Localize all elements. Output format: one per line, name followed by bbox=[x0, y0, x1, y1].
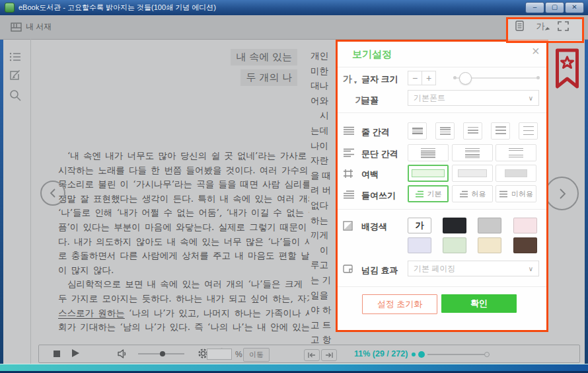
maximize-button[interactable]: ▢ bbox=[545, 2, 564, 13]
window-border-bottom bbox=[0, 364, 588, 373]
jump-to-start-button[interactable] bbox=[304, 349, 320, 361]
book-text-line: 픔’이 있다는 부분이 마음에 와닿는다. 실제로 그렇기 때문이 bbox=[58, 220, 309, 235]
bg-swatch-green[interactable] bbox=[443, 237, 466, 253]
font-size-slider-knob[interactable] bbox=[459, 72, 472, 85]
volume-icon[interactable] bbox=[117, 349, 128, 362]
page-view-icon[interactable] bbox=[511, 19, 528, 33]
indent-option-disallow[interactable]: 미허용 bbox=[496, 185, 536, 202]
next-page-button[interactable] bbox=[545, 177, 579, 210]
font-face-value: 기본폰트 bbox=[414, 93, 445, 104]
table-of-contents-icon[interactable] bbox=[9, 52, 21, 65]
chevron-down-icon: ∨ bbox=[529, 95, 533, 102]
page-flip-effect-label: 넘김 효과 bbox=[361, 265, 398, 276]
my-library-button[interactable]: 내 서재 bbox=[11, 21, 52, 32]
bg-swatch-white[interactable]: 가 bbox=[408, 218, 431, 233]
line-spacing-option-5[interactable] bbox=[519, 122, 538, 140]
line-spacing-option-3[interactable] bbox=[463, 122, 482, 140]
search-icon[interactable] bbox=[9, 89, 21, 104]
book-text-line: 두 가지로 모아지는 듯하다. 하나는 내가 되고 싶어 하는, 자기 bbox=[58, 292, 309, 306]
line-spacing-option-1[interactable] bbox=[408, 122, 427, 140]
progress-end-circle bbox=[484, 352, 490, 357]
book-text-line: 시작하는 노래를 다들 한 번쯤 들어봤을 것이다. 여러 가수의 bbox=[58, 163, 309, 178]
confirm-button[interactable]: 확인 bbox=[441, 294, 517, 313]
paragraph-spacing-option-3[interactable] bbox=[496, 144, 536, 161]
column-fragment: 을 때 bbox=[311, 168, 334, 183]
font-size-label: 글자 크기 bbox=[361, 73, 398, 85]
prev-page-button[interactable] bbox=[40, 181, 65, 206]
paragraph-spacing-option-1[interactable] bbox=[408, 144, 449, 161]
view-settings-panel: 보기설정 × 가▾ 글자 크기 − + 가 글꼴 기본폰트 ∨ 줄 간격 bbox=[336, 40, 548, 332]
slider-end-dot bbox=[453, 76, 457, 79]
line-spacing-option-4[interactable] bbox=[491, 122, 510, 140]
percent-jump-input[interactable] bbox=[207, 349, 232, 360]
panel-title: 보기설정 bbox=[352, 48, 392, 61]
reset-settings-button[interactable]: 설정 초기화 bbox=[362, 294, 437, 314]
chapter-heading: 내 속에 있는 두 개의 나 bbox=[165, 49, 297, 90]
titlebar[interactable]: eBook도서관 - 고요할수록 밝아지는 것들(100쇄 기념 에디션) – … bbox=[0, 0, 588, 15]
column-fragment: 대나 bbox=[311, 78, 334, 93]
margin-label: 여백 bbox=[361, 169, 379, 181]
percent-sign-label: % bbox=[235, 350, 242, 359]
divider bbox=[338, 67, 546, 67]
reading-progress-text: 11% (29 / 272) bbox=[354, 349, 408, 358]
go-to-percent-button[interactable]: 이동 bbox=[243, 348, 270, 362]
font-size-increase-button[interactable]: + bbox=[422, 71, 436, 85]
margin-option-medium[interactable] bbox=[452, 165, 493, 182]
fullscreen-icon[interactable] bbox=[554, 19, 571, 33]
panel-close-icon[interactable]: × bbox=[532, 44, 540, 58]
column-fragment: 는데 bbox=[311, 123, 334, 138]
sidebar bbox=[0, 39, 31, 364]
column-fragment: 루고 bbox=[311, 257, 334, 272]
indent-option-label: 미허용 bbox=[511, 189, 533, 199]
bookmark-ribbon-icon[interactable] bbox=[555, 48, 579, 92]
bg-swatch-brown[interactable] bbox=[513, 237, 537, 253]
progress-marker-dot[interactable] bbox=[412, 352, 416, 356]
bookshelf-icon bbox=[11, 22, 22, 32]
column-fragment: 끼게 bbox=[311, 228, 334, 243]
indent-default-icon bbox=[415, 190, 424, 198]
indent-option-allow[interactable]: 허용 bbox=[452, 185, 493, 202]
window-title: eBook도서관 - 고요할수록 밝아지는 것들(100쇄 기념 에디션) bbox=[18, 3, 216, 13]
volume-slider-knob[interactable] bbox=[160, 351, 165, 356]
book-text-line: 심리학적으로 보면 내 속에 있는 여러 개의 ‘나’들은 크게 bbox=[58, 277, 309, 292]
paragraph-spacing-icon bbox=[343, 148, 355, 160]
book-text-line: 스스로가 원하는 ‘나의 나’가 있고, 나머지 하나는 가족이나 사 bbox=[58, 306, 309, 321]
jump-to-end-button[interactable] bbox=[321, 349, 337, 361]
margin-option-large[interactable] bbox=[496, 165, 536, 182]
book-text-line: 로 충돌하면서 다른 사람에게 상처를 주고 내 마음도 편할 날 bbox=[58, 249, 309, 263]
font-size-decrease-button[interactable]: − bbox=[408, 71, 422, 85]
font-settings-icon[interactable]: 가 bbox=[532, 19, 549, 33]
bg-swatch-cream[interactable] bbox=[478, 237, 501, 253]
progress-slider-knob[interactable] bbox=[418, 351, 425, 358]
book-text-line: 다. 내가 의도하지 않아도 내 속에 있는 너무 많은 ‘나’들이 서 bbox=[58, 235, 309, 249]
tts-stop-button[interactable] bbox=[54, 351, 60, 357]
page-flip-effect-dropdown[interactable]: 기본 페이징 ∨ bbox=[408, 261, 539, 276]
book-text-line: 정말 잘 표현했다는 생각이 든다. 특히 내 속에 있는 여러 개의 bbox=[58, 192, 309, 206]
indent-option-default[interactable]: 기본 bbox=[408, 185, 449, 202]
tts-play-button[interactable] bbox=[72, 349, 79, 357]
divider bbox=[338, 112, 546, 113]
page-flip-effect-icon bbox=[343, 265, 353, 276]
bg-swatch-black[interactable] bbox=[443, 218, 466, 233]
progress-slider-track[interactable] bbox=[427, 354, 484, 355]
bg-swatch-lavender[interactable] bbox=[408, 237, 431, 253]
book-second-column: 개인 미한 대나 어와 시 는데 나이 자란 을 때 려 버 없다 하는 끼게 … bbox=[311, 48, 334, 347]
book-text-line: ‘내 속엔 내가 너무도 많아 당신의 쉴 곳 없네’라는 가사로 bbox=[58, 149, 309, 163]
font-face-dropdown[interactable]: 기본폰트 ∨ bbox=[408, 90, 539, 106]
bg-swatch-gray[interactable] bbox=[478, 218, 501, 233]
paragraph-spacing-option-2[interactable] bbox=[452, 144, 493, 161]
line-spacing-option-2[interactable] bbox=[435, 122, 455, 140]
book-text-line: 목소리로 불린 이 ‘가시나무’라는 곡을 들을 때면 사람 심리를 bbox=[58, 177, 309, 192]
page-flip-effect-value: 기본 페이징 bbox=[414, 263, 455, 274]
note-edit-icon[interactable] bbox=[9, 69, 21, 83]
window-border-right bbox=[585, 15, 588, 364]
background-color-icon bbox=[343, 221, 353, 233]
margin-option-small[interactable] bbox=[408, 165, 449, 182]
close-button[interactable]: ✕ bbox=[565, 2, 584, 13]
margin-icon bbox=[343, 169, 353, 181]
minimize-button[interactable]: – bbox=[525, 2, 544, 13]
font-size-icon: 가▾ bbox=[343, 73, 352, 84]
indent-label: 들여쓰기 bbox=[361, 190, 396, 202]
bg-swatch-pink[interactable] bbox=[513, 218, 537, 233]
ebook-reader-window: eBook도서관 - 고요할수록 밝아지는 것들(100쇄 기념 에디션) – … bbox=[0, 0, 588, 373]
